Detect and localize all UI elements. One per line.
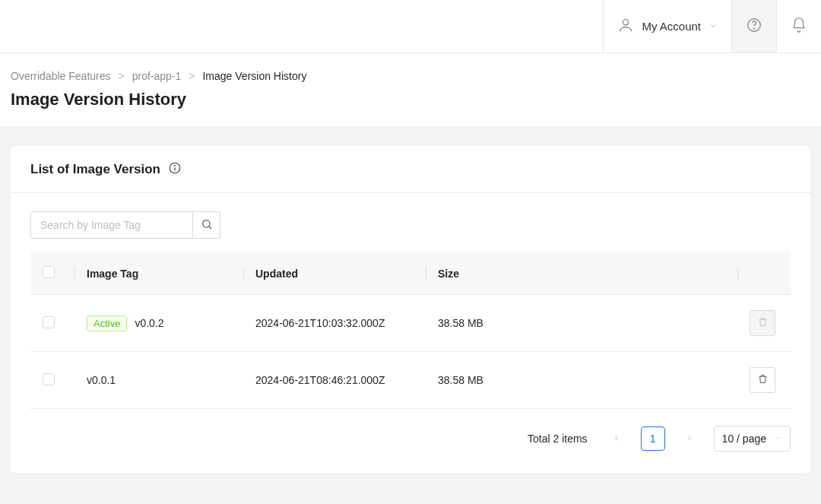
breadcrumb-item[interactable]: Overridable Features	[11, 70, 111, 82]
user-icon	[617, 17, 634, 36]
image-version-table: Image Tag Updated Size Active	[30, 252, 791, 409]
page-title: Image Version History	[11, 90, 810, 109]
info-icon[interactable]	[168, 161, 182, 177]
col-header-updated: Updated	[243, 252, 426, 295]
trash-icon	[757, 316, 769, 330]
card-header: List of Image Version	[11, 146, 810, 193]
table-row: Active v0.0.2 2024-06-21T10:03:32.000Z 3…	[30, 295, 791, 352]
card-title: List of Image Version	[30, 162, 160, 177]
content-area: List of Image Version	[0, 126, 821, 504]
svg-point-5	[175, 165, 176, 166]
card-body: Image Tag Updated Size Active	[11, 193, 810, 473]
pagination-prev[interactable]	[604, 426, 629, 451]
trash-icon	[757, 373, 769, 387]
pagination: Total 2 items 1 10 / page	[30, 426, 791, 452]
pagination-page-size[interactable]: 10 / page	[714, 426, 791, 452]
svg-point-2	[754, 28, 755, 29]
svg-point-6	[202, 220, 209, 227]
status-badge: Active	[87, 315, 127, 331]
search-input[interactable]	[30, 211, 193, 239]
size-cell: 38.58 MB	[426, 295, 737, 352]
breadcrumb: Overridable Features > prof-app-1 > Imag…	[11, 70, 810, 82]
account-label: My Account	[642, 20, 701, 33]
col-header-size: Size	[426, 252, 737, 295]
delete-button[interactable]	[750, 367, 775, 393]
image-tag: v0.0.1	[87, 374, 116, 386]
pagination-page-current[interactable]: 1	[641, 426, 665, 451]
card-image-version-list: List of Image Version	[11, 146, 810, 473]
breadcrumb-sep: >	[189, 70, 195, 82]
breadcrumb-current: Image Version History	[202, 70, 306, 82]
breadcrumb-item[interactable]: prof-app-1	[132, 70, 182, 82]
notifications-button[interactable]	[776, 0, 821, 52]
col-header-tag: Image Tag	[74, 252, 243, 295]
breadcrumb-sep: >	[119, 70, 125, 82]
page-header: Overridable Features > prof-app-1 > Imag…	[0, 53, 821, 126]
pagination-total: Total 2 items	[528, 433, 588, 445]
svg-point-0	[623, 20, 629, 25]
row-checkbox[interactable]	[43, 373, 55, 385]
page-size-label: 10 / page	[722, 433, 766, 445]
bell-icon	[791, 17, 807, 36]
search-row	[30, 211, 791, 239]
delete-button	[750, 310, 775, 336]
topbar: My Account	[0, 0, 821, 53]
account-menu[interactable]: My Account	[603, 0, 731, 52]
updated-cell: 2024-06-21T10:03:32.000Z	[243, 295, 426, 352]
row-checkbox[interactable]	[43, 316, 55, 328]
chevron-down-icon	[708, 20, 718, 33]
image-tag: v0.0.2	[135, 317, 163, 329]
svg-line-7	[209, 227, 211, 229]
search-icon	[201, 218, 213, 233]
updated-cell: 2024-06-21T08:46:21.000Z	[243, 352, 426, 409]
chevron-right-icon	[685, 433, 694, 445]
table-row: v0.0.1 2024-06-21T08:46:21.000Z 38.58 MB	[30, 352, 791, 409]
help-button[interactable]	[731, 0, 776, 52]
chevron-down-icon	[774, 433, 782, 445]
search-button[interactable]	[193, 211, 220, 239]
table-header-row: Image Tag Updated Size	[30, 252, 791, 295]
pagination-next[interactable]	[677, 426, 702, 451]
help-icon	[746, 17, 762, 36]
col-header-actions	[737, 252, 791, 295]
chevron-left-icon	[612, 433, 621, 445]
select-all-checkbox[interactable]	[43, 266, 55, 278]
size-cell: 38.58 MB	[426, 352, 737, 409]
